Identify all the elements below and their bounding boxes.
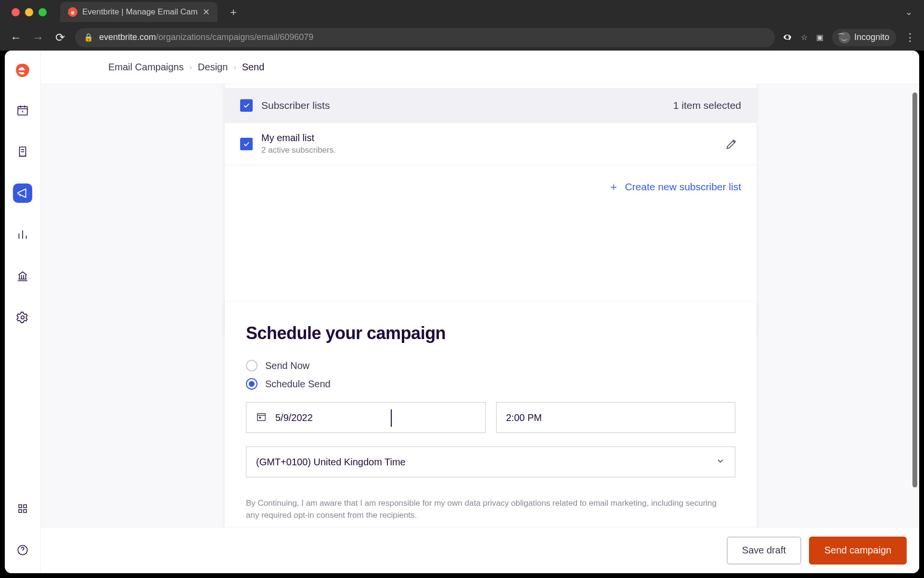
svg-rect-3: [24, 505, 26, 508]
svg-rect-4: [19, 510, 22, 512]
list-row-subtitle: 2 active subscribers.: [261, 145, 336, 155]
breadcrumb-sep-icon: ›: [184, 63, 198, 72]
list-row-title: My email list: [261, 132, 336, 144]
breadcrumb-sep-icon: ›: [228, 63, 242, 72]
footer-bar: Save draft Send campaign: [41, 527, 919, 573]
browser-right-icons: 👁‍🗨 ☆ ▣ ͡⏝ Incognito ⋮: [783, 29, 915, 46]
svg-rect-2: [19, 505, 22, 508]
radio-send-now[interactable]: Send Now: [246, 360, 735, 371]
breadcrumb-email-campaigns[interactable]: Email Campaigns: [108, 62, 184, 73]
text-cursor-icon: [391, 409, 392, 427]
rail-calendar-icon[interactable]: [13, 101, 32, 120]
subscriber-list-row[interactable]: My email list 2 active subscribers.: [225, 123, 757, 165]
svg-rect-7: [257, 413, 266, 420]
time-input[interactable]: 2:00 PM: [496, 402, 736, 433]
favicon-icon: e: [68, 7, 77, 17]
subscriber-lists-count: 1 item selected: [673, 100, 741, 111]
radio-send-now-label: Send Now: [265, 360, 309, 371]
create-subscriber-list-button[interactable]: ＋ Create new subscriber list: [225, 165, 757, 209]
nav-back-icon[interactable]: ←: [9, 31, 23, 44]
incognito-badge[interactable]: ͡⏝ Incognito: [832, 29, 896, 46]
create-subscriber-list-label: Create new subscriber list: [625, 181, 741, 193]
window-minimize-icon[interactable]: [25, 8, 33, 16]
tab-title: Eventbrite | Manage Email Cam: [82, 7, 198, 17]
incognito-icon: ͡⏝: [839, 32, 850, 43]
brand-logo-icon[interactable]: [14, 62, 31, 79]
svg-rect-8: [259, 417, 261, 419]
window-close-icon[interactable]: [12, 8, 20, 16]
schedule-heading: Schedule your campaign: [246, 323, 735, 343]
rail-receipt-icon[interactable]: [13, 142, 32, 161]
svg-rect-5: [24, 510, 26, 512]
tabs-menu-icon[interactable]: ⌄: [905, 7, 918, 17]
panel-icon[interactable]: ▣: [816, 33, 823, 42]
url-path: /organizations/campaigns/email/6096079: [156, 32, 313, 42]
checkbox-checked-icon[interactable]: [240, 99, 253, 112]
scrollbar[interactable]: [911, 85, 917, 527]
save-draft-button[interactable]: Save draft: [727, 537, 801, 565]
content-column: Email Campaigns › Design › Send Subscrib…: [41, 51, 919, 573]
rail-help-icon[interactable]: [13, 540, 32, 560]
breadcrumb-send: Send: [242, 62, 265, 73]
legal-disclaimer: By Continuing, I am aware that I am resp…: [246, 498, 727, 521]
rail-settings-icon[interactable]: [13, 308, 32, 327]
timezone-select[interactable]: (GMT+0100) United Kingdom Time: [246, 447, 735, 477]
breadcrumb: Email Campaigns › Design › Send: [41, 51, 919, 84]
star-icon[interactable]: ☆: [801, 33, 808, 42]
send-campaign-button[interactable]: Send campaign: [809, 537, 907, 565]
calendar-icon: [256, 411, 267, 424]
send-campaign-label: Send campaign: [824, 545, 891, 556]
radio-unchecked-icon[interactable]: [246, 360, 257, 371]
window-maximize-icon[interactable]: [38, 8, 47, 16]
radio-schedule-send[interactable]: Schedule Send: [246, 378, 735, 390]
lock-icon: 🔒: [84, 33, 93, 42]
browser-menu-icon[interactable]: ⋮: [905, 31, 915, 44]
radio-schedule-send-label: Schedule Send: [265, 379, 331, 390]
subscribers-card: Subscriber lists 1 item selected My emai…: [225, 84, 757, 335]
pencil-icon: [725, 137, 738, 151]
save-draft-label: Save draft: [742, 545, 786, 556]
tab-bar: e Eventbrite | Manage Email Cam ✕ ＋ ⌄: [0, 0, 924, 24]
time-value: 2:00 PM: [506, 412, 542, 423]
plus-icon: ＋: [608, 182, 619, 192]
breadcrumb-design[interactable]: Design: [198, 62, 228, 73]
subscriber-lists-header[interactable]: Subscriber lists 1 item selected: [225, 88, 757, 123]
url-input[interactable]: 🔒 eventbrite.com/organizations/campaigns…: [75, 28, 775, 47]
edit-list-button[interactable]: [722, 134, 741, 154]
radio-checked-icon[interactable]: [246, 378, 257, 390]
date-value: 5/9/2022: [275, 412, 313, 423]
app-window: Email Campaigns › Design › Send Subscrib…: [5, 51, 919, 573]
rail-finance-icon[interactable]: [13, 266, 32, 286]
tab-close-icon[interactable]: ✕: [203, 7, 210, 17]
left-rail: [5, 51, 41, 573]
rail-reports-icon[interactable]: [13, 225, 32, 244]
date-input[interactable]: 5/9/2022: [246, 402, 486, 433]
address-bar: ← → ⟳ 🔒 eventbrite.com/organizations/cam…: [0, 24, 924, 51]
eye-off-icon[interactable]: 👁‍🗨: [783, 33, 792, 42]
nav-forward-icon: →: [31, 31, 45, 44]
schedule-card: Schedule your campaign Send Now Schedule…: [225, 302, 757, 550]
page-scroll: Subscriber lists 1 item selected My emai…: [41, 84, 919, 573]
scrollbar-thumb[interactable]: [912, 92, 917, 487]
incognito-label: Incognito: [854, 32, 889, 42]
url-host: eventbrite.com: [99, 32, 156, 42]
svg-point-1: [21, 316, 25, 319]
rail-marketing-icon[interactable]: [13, 184, 32, 203]
browser-tab[interactable]: e Eventbrite | Manage Email Cam ✕: [60, 2, 218, 22]
rail-apps-icon[interactable]: [13, 499, 32, 518]
chevron-down-icon: [716, 456, 725, 468]
browser-chrome: e Eventbrite | Manage Email Cam ✕ ＋ ⌄ ← …: [0, 0, 924, 51]
checkbox-checked-icon[interactable]: [240, 138, 253, 150]
window-controls: [6, 8, 55, 16]
timezone-value: (GMT+0100) United Kingdom Time: [256, 457, 406, 468]
subscriber-lists-label: Subscriber lists: [261, 100, 673, 111]
new-tab-button[interactable]: ＋: [222, 5, 244, 19]
nav-reload-icon[interactable]: ⟳: [53, 31, 67, 44]
